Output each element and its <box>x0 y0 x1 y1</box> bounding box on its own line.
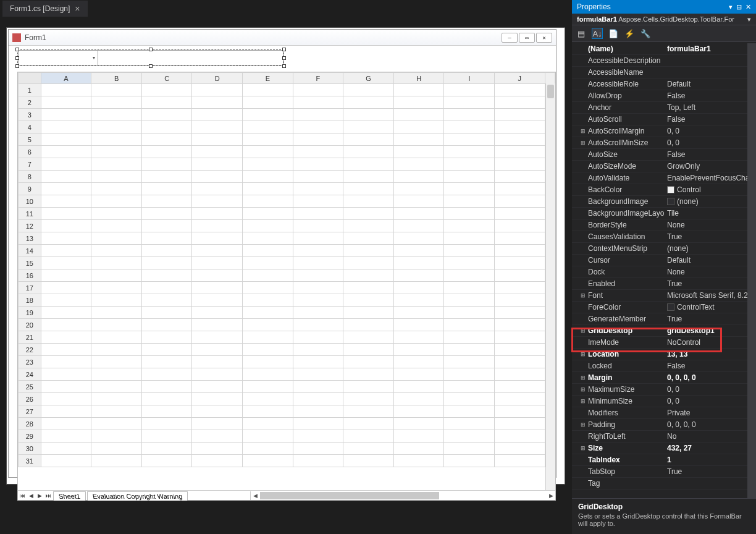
cell[interactable] <box>343 356 394 368</box>
row-header[interactable]: 15 <box>19 257 41 269</box>
cell[interactable] <box>192 381 243 393</box>
cell[interactable] <box>444 282 495 294</box>
cell[interactable] <box>444 146 495 158</box>
cell[interactable] <box>293 158 343 171</box>
cell[interactable] <box>141 109 192 121</box>
property-value[interactable]: Control <box>667 185 756 194</box>
cell[interactable] <box>393 344 444 356</box>
cell[interactable] <box>444 319 495 331</box>
cell[interactable] <box>495 96 545 109</box>
cell[interactable] <box>243 269 293 282</box>
cell[interactable] <box>41 183 91 195</box>
cell[interactable] <box>41 245 91 257</box>
cell[interactable] <box>393 269 444 282</box>
cell[interactable] <box>393 418 444 430</box>
cell[interactable] <box>393 257 444 269</box>
property-value[interactable]: False <box>667 362 756 370</box>
cell[interactable] <box>141 405 192 418</box>
cell[interactable] <box>293 405 343 418</box>
cell[interactable] <box>243 319 293 331</box>
cell[interactable] <box>293 455 343 467</box>
property-value[interactable]: 13, 13 <box>667 350 756 358</box>
property-value[interactable]: gridDesktop1 <box>667 326 756 335</box>
cell[interactable] <box>495 381 545 393</box>
cell[interactable] <box>141 393 192 405</box>
cell[interactable] <box>293 121 343 134</box>
cell[interactable] <box>192 443 243 455</box>
cell[interactable] <box>495 344 545 356</box>
dropdown-icon[interactable]: ▾ <box>729 3 733 11</box>
cell[interactable] <box>91 381 142 393</box>
cell[interactable] <box>293 220 343 232</box>
cell[interactable] <box>41 393 91 405</box>
cell[interactable] <box>343 84 394 96</box>
property-value[interactable]: formulaBar1 <box>667 44 756 53</box>
cell[interactable] <box>293 195 343 208</box>
cell[interactable] <box>444 356 495 368</box>
cell[interactable] <box>141 84 192 96</box>
property-value[interactable]: 0, 0 <box>667 385 756 394</box>
cell[interactable] <box>393 146 444 158</box>
cell[interactable] <box>495 232 545 245</box>
cell[interactable] <box>444 232 495 245</box>
cell[interactable] <box>41 134 91 146</box>
cell[interactable] <box>41 294 91 307</box>
property-row[interactable]: DockNone <box>572 266 756 278</box>
cell[interactable] <box>343 430 394 443</box>
resize-handle[interactable] <box>149 64 153 68</box>
expand-icon[interactable]: ⊞ <box>579 375 587 381</box>
cell[interactable] <box>41 84 91 96</box>
cell[interactable] <box>141 158 192 171</box>
cell[interactable] <box>91 307 142 319</box>
row-header[interactable]: 31 <box>19 455 41 467</box>
cell[interactable] <box>192 294 243 307</box>
column-header[interactable]: F <box>293 73 343 84</box>
vertical-scrollbar[interactable] <box>747 43 756 498</box>
cell[interactable] <box>41 331 91 344</box>
cell[interactable] <box>495 282 545 294</box>
property-row[interactable]: AutoScrollFalse <box>572 114 756 125</box>
cell[interactable] <box>444 294 495 307</box>
cell[interactable] <box>243 109 293 121</box>
property-row[interactable]: AnchorTop, Left <box>572 102 756 114</box>
cell[interactable] <box>293 381 343 393</box>
property-row[interactable]: ⊞AutoScrollMargin0, 0 <box>572 125 756 137</box>
cell[interactable] <box>41 356 91 368</box>
cell[interactable] <box>393 134 444 146</box>
cell[interactable] <box>141 307 192 319</box>
property-value[interactable]: None <box>667 221 756 229</box>
cell[interactable] <box>343 418 394 430</box>
cell[interactable] <box>444 183 495 195</box>
properties-icon[interactable]: 📄 <box>608 28 619 39</box>
row-header[interactable]: 22 <box>19 344 41 356</box>
cell[interactable] <box>243 121 293 134</box>
cell[interactable] <box>444 208 495 220</box>
cell[interactable] <box>141 195 192 208</box>
cell[interactable] <box>243 368 293 381</box>
cell[interactable] <box>243 294 293 307</box>
cell[interactable] <box>444 307 495 319</box>
row-header[interactable]: 7 <box>19 158 41 171</box>
cell[interactable] <box>444 158 495 171</box>
cell[interactable] <box>141 331 192 344</box>
cell[interactable] <box>495 245 545 257</box>
cell[interactable] <box>141 171 192 183</box>
cell[interactable] <box>495 356 545 368</box>
cell[interactable] <box>293 307 343 319</box>
cell[interactable] <box>141 245 192 257</box>
cell[interactable] <box>41 430 91 443</box>
cell[interactable] <box>243 282 293 294</box>
cell[interactable] <box>343 368 394 381</box>
cell[interactable] <box>343 183 394 195</box>
property-value[interactable]: True <box>667 315 756 323</box>
column-header[interactable]: I <box>444 73 495 84</box>
cell[interactable] <box>41 381 91 393</box>
cell[interactable] <box>91 171 142 183</box>
cell[interactable] <box>141 208 192 220</box>
cell[interactable] <box>192 220 243 232</box>
row-header[interactable]: 29 <box>19 430 41 443</box>
column-header[interactable]: G <box>343 73 394 84</box>
cell[interactable] <box>141 121 192 134</box>
cell[interactable] <box>393 183 444 195</box>
property-row[interactable]: ModifiersPrivate <box>572 407 756 419</box>
